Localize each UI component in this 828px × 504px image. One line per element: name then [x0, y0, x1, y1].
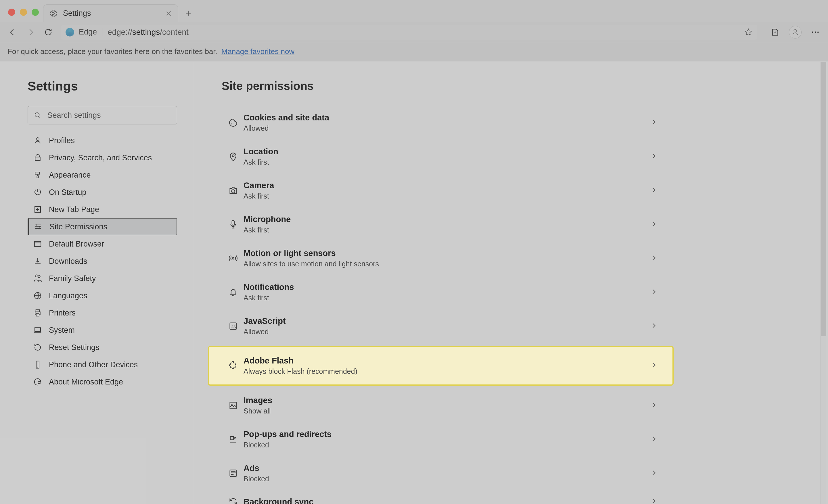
permission-title: Notifications: [244, 282, 294, 292]
sidebar-item-newtab[interactable]: New Tab Page: [28, 201, 177, 218]
puzzle-icon: [228, 361, 238, 371]
address-bar[interactable]: Edge edge://settings/content: [61, 25, 757, 40]
user-icon: [33, 136, 42, 145]
permission-subtitle: Blocked: [244, 441, 331, 449]
sidebar-item-label: Languages: [49, 291, 87, 300]
toolbar: Edge edge://settings/content: [0, 22, 828, 42]
ads-icon: [228, 468, 238, 478]
permission-title: Pop-ups and redirects: [244, 429, 331, 439]
permission-row-cookies-and-site-data[interactable]: Cookies and site data Allowed: [222, 106, 660, 140]
permissions-list: Cookies and site data Allowed Location A…: [222, 106, 660, 504]
more-menu-button[interactable]: [810, 27, 821, 37]
permission-title: Cookies and site data: [244, 113, 329, 123]
permission-subtitle: Allow sites to use motion and light sens…: [244, 260, 379, 268]
permission-title: JavaScript: [244, 316, 286, 326]
globe-icon: [33, 291, 42, 300]
sidebar-item-downloads[interactable]: Downloads: [28, 253, 177, 270]
lock-icon: [33, 153, 42, 162]
sync-icon: [228, 497, 238, 504]
permission-subtitle: Ask first: [244, 158, 278, 166]
sidebar-item-label: Reset Settings: [49, 343, 99, 352]
back-button[interactable]: [7, 27, 18, 37]
permission-row-location[interactable]: Location Ask first: [222, 140, 660, 174]
permission-row-ads[interactable]: Ads Blocked: [222, 456, 660, 490]
permission-title: Microphone: [244, 215, 291, 224]
permission-title: Location: [244, 147, 278, 156]
sidebar-item-system[interactable]: System: [28, 322, 177, 339]
forward-button[interactable]: [25, 27, 36, 37]
permission-subtitle: Show all: [244, 407, 272, 415]
window-close-button[interactable]: [8, 9, 15, 16]
sidebar-item-phone[interactable]: Phone and Other Devices: [28, 356, 177, 373]
sensor-icon: [228, 254, 238, 263]
sidebar-item-label: About Microsoft Edge: [49, 377, 123, 386]
dots-icon: [811, 28, 820, 37]
scrollbar-thumb[interactable]: [821, 62, 826, 336]
manage-favorites-link[interactable]: Manage favorites now: [221, 47, 294, 56]
scrollbar[interactable]: [821, 62, 826, 504]
printer-icon: [33, 309, 42, 317]
settings-search-input[interactable]: [47, 111, 171, 120]
close-tab-icon[interactable]: [165, 10, 172, 17]
chevron-right-icon: [650, 322, 658, 329]
sidebar-item-about[interactable]: About Microsoft Edge: [28, 373, 177, 391]
sidebar-item-family[interactable]: Family Safety: [28, 270, 177, 287]
permission-title: Motion or light sensors: [244, 248, 379, 258]
permission-subtitle: Ask first: [244, 294, 294, 302]
reload-button[interactable]: [43, 27, 53, 37]
collections-button[interactable]: [770, 27, 780, 37]
favorite-star-icon[interactable]: [744, 28, 753, 37]
permission-title: Images: [244, 396, 272, 405]
profile-avatar[interactable]: [789, 26, 801, 39]
permission-subtitle: Ask first: [244, 192, 274, 200]
chevron-right-icon: [650, 254, 658, 262]
permission-title: Camera: [244, 181, 274, 190]
permission-row-microphone[interactable]: Microphone Ask first: [222, 208, 660, 241]
window-icon: [33, 240, 42, 248]
browser-tab[interactable]: Settings: [43, 4, 178, 22]
bell-icon: [228, 287, 238, 297]
chevron-right-icon: [650, 288, 658, 295]
tab-title: Settings: [63, 9, 160, 18]
permission-row-images[interactable]: Images Show all: [222, 388, 660, 422]
edge-icon: [33, 377, 42, 386]
new-tab-button[interactable]: [178, 4, 198, 22]
permission-row-adobe-flash[interactable]: Adobe Flash Always block Flash (recommen…: [209, 347, 672, 384]
permission-row-camera[interactable]: Camera Ask first: [222, 174, 660, 208]
window-maximize-button[interactable]: [32, 9, 39, 16]
chevron-right-icon: [650, 119, 658, 126]
sidebar-item-reset[interactable]: Reset Settings: [28, 339, 177, 356]
power-icon: [33, 188, 42, 196]
sidebar-item-label: Default Browser: [49, 240, 104, 248]
permission-title: Background sync: [244, 497, 314, 504]
gear-icon: [49, 9, 57, 17]
user-icon: [791, 28, 799, 36]
permission-row-background-sync[interactable]: Background sync: [222, 490, 660, 504]
family-icon: [33, 274, 42, 283]
sidebar-item-siteperm[interactable]: Site Permissions: [28, 218, 177, 235]
sidebar-item-profiles[interactable]: Profiles: [28, 132, 177, 149]
sidebar-item-label: Privacy, Search, and Services: [49, 153, 152, 163]
permission-row-javascript[interactable]: JavaScript Allowed: [222, 309, 660, 343]
address-brand: Edge: [79, 28, 103, 37]
settings-search[interactable]: [28, 106, 177, 125]
permission-title: Adobe Flash: [244, 356, 357, 366]
sidebar-item-printers[interactable]: Printers: [28, 304, 177, 322]
sidebar-item-appearance[interactable]: Appearance: [28, 166, 177, 184]
permission-row-notifications[interactable]: Notifications Ask first: [222, 275, 660, 309]
permission-row-pop-ups-and-redirects[interactable]: Pop-ups and redirects Blocked: [222, 422, 660, 456]
image-icon: [228, 401, 238, 410]
chevron-right-icon: [650, 469, 658, 476]
chevron-right-icon: [650, 497, 658, 504]
square-plus-icon: [33, 205, 42, 214]
sidebar-item-languages[interactable]: Languages: [28, 287, 177, 304]
mic-icon: [228, 220, 238, 229]
laptop-icon: [33, 326, 42, 334]
permission-title: Ads: [244, 463, 269, 473]
window-minimize-button[interactable]: [20, 9, 27, 16]
sidebar-item-default[interactable]: Default Browser: [28, 235, 177, 253]
sidebar-item-startup[interactable]: On Startup: [28, 184, 177, 201]
camera-icon: [228, 186, 238, 195]
sidebar-item-privacy[interactable]: Privacy, Search, and Services: [28, 149, 177, 166]
permission-row-motion-or-light-sensors[interactable]: Motion or light sensors Allow sites to u…: [222, 241, 660, 275]
